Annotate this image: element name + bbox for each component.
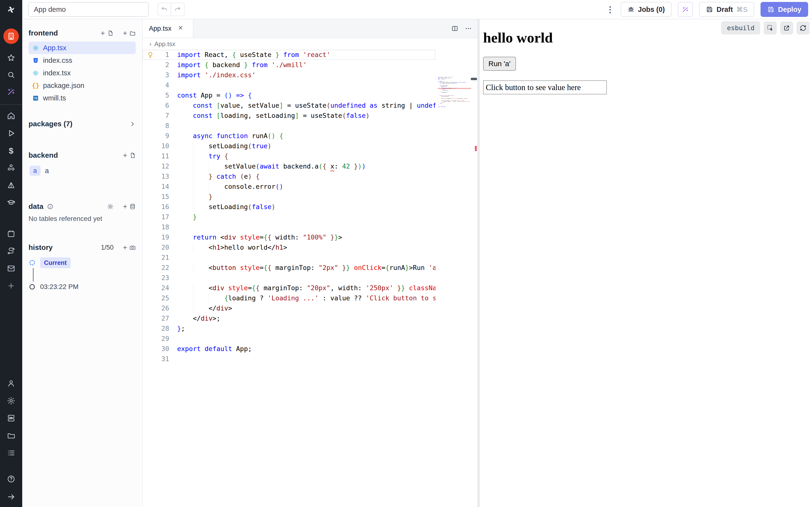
close-tab-icon[interactable] (177, 24, 184, 32)
draft-button[interactable]: Draft ⌘S (699, 2, 754, 17)
workspace-button[interactable] (3, 29, 19, 44)
plus-icon (122, 203, 128, 210)
plus-icon (100, 30, 106, 37)
windmill-logo-icon[interactable] (6, 3, 16, 16)
code-line-2[interactable]: 2import { backend } from './wmill' (143, 60, 436, 70)
file-item-package-json[interactable]: {}package.json (29, 79, 136, 92)
history-entry-current[interactable]: Current (30, 258, 136, 268)
code-line-23[interactable]: 23 (143, 273, 436, 283)
packages-section-header[interactable]: packages (7) (29, 120, 136, 128)
code-line-6[interactable]: 6 const [value, setValue] = useState(und… (143, 101, 436, 111)
redo-button[interactable] (171, 3, 185, 16)
app-name-input[interactable] (28, 2, 149, 17)
code-line-27[interactable]: 27 </div>; (143, 314, 436, 324)
code-area[interactable]: 1import React, { useState } from 'react'… (143, 50, 477, 364)
refresh-preview-button[interactable] (797, 21, 810, 35)
inspect-element-button[interactable] (764, 21, 777, 35)
external-link-icon (783, 24, 790, 32)
run-a-button[interactable]: Run 'a' (483, 57, 516, 71)
history-entry-snapshot[interactable]: 03:23:22 PM (30, 282, 136, 292)
file-item-index-css[interactable]: 3index.css (29, 54, 136, 67)
schedules-icon[interactable] (6, 228, 16, 239)
help-icon[interactable] (6, 474, 16, 484)
code-line-11[interactable]: 11 try { (143, 151, 436, 161)
code-line-18[interactable]: 18 (143, 222, 436, 232)
search-icon[interactable] (6, 69, 16, 80)
account-icon[interactable] (6, 378, 16, 389)
code-line-21[interactable]: 21 (143, 252, 436, 263)
code-line-16[interactable]: 16 setLoading(false) (143, 202, 436, 212)
workers-icon[interactable] (6, 413, 16, 424)
esbuild-badge: esbuild (721, 21, 760, 35)
open-external-button[interactable] (780, 21, 793, 35)
jobs-button[interactable]: Jobs (0) (621, 2, 672, 17)
code-line-22[interactable]: 22 <button style={{ marginTop: "2px" }} … (143, 263, 436, 273)
flows-route-icon[interactable] (6, 246, 16, 257)
code-line-13[interactable]: 13 } catch (e) { (143, 171, 436, 181)
add-table-button[interactable] (122, 203, 136, 210)
code-line-20[interactable]: 20 <h1>hello world</h1> (143, 242, 436, 252)
code-line-12[interactable]: 12 setValue(await backend.a({ x: 42 })) (143, 161, 436, 171)
split-view-icon[interactable] (451, 25, 458, 32)
tab-app-tsx[interactable]: App.tsx (143, 19, 193, 38)
code-line-8[interactable]: 8 (143, 121, 436, 131)
code-line-19[interactable]: 19 return <div style={{ width: "100%" }}… (143, 232, 436, 242)
code-line-26[interactable]: 26 </div> (143, 303, 436, 314)
ai-wand-icon[interactable] (6, 87, 16, 97)
chevron-right-icon (129, 121, 136, 127)
code-line-17[interactable]: 17 } (143, 212, 436, 222)
file-item-wmill-ts[interactable]: TSwmill.ts (29, 92, 136, 104)
line-number: 20 (143, 242, 169, 252)
breadcrumb[interactable]: › App.tsx (143, 38, 477, 50)
top-bar: ⋮ Jobs (0) Draft ⌘S (22, 0, 812, 19)
line-number: 6 (143, 101, 169, 111)
code-line-15[interactable]: 15 } (143, 192, 436, 202)
current-badge: Current (40, 258, 70, 268)
add-backend-script-button[interactable] (122, 152, 136, 159)
code-line-25[interactable]: 25 {loading ? 'Loading ...' : value ?? '… (143, 293, 436, 303)
code-line-28[interactable]: 28}; (143, 324, 436, 334)
code-line-1[interactable]: 1import React, { useState } from 'react' (143, 50, 436, 60)
code-line-7[interactable]: 7 const [loading, setLoading] = useState… (143, 111, 436, 121)
favorites-icon[interactable] (6, 53, 16, 63)
code-line-29[interactable]: 29 (143, 334, 436, 344)
code-line-10[interactable]: 10 setLoading(true) (143, 141, 436, 151)
tutorials-icon[interactable] (6, 198, 16, 208)
line-number: 2 (143, 60, 169, 70)
code-line-30[interactable]: 30export default App; (143, 344, 436, 354)
file-item-index-tsx[interactable]: index.tsx (29, 67, 136, 79)
home-icon[interactable] (6, 111, 16, 121)
add-file-button[interactable] (100, 30, 114, 37)
backend-item-a[interactable]: aa (29, 166, 136, 176)
resources-icon[interactable] (6, 163, 16, 173)
minimap[interactable]: import React, { useState } from 'react'i… (438, 77, 471, 222)
more-options-icon[interactable] (465, 25, 472, 32)
deploy-button[interactable]: Deploy (761, 2, 808, 17)
line-number: 22 (143, 263, 169, 273)
folders-icon[interactable] (6, 430, 16, 441)
undo-button[interactable] (158, 3, 171, 16)
data-settings-gear-icon[interactable] (107, 203, 114, 210)
code-line-24[interactable]: 24 <div style={{ marginTop: "20px", widt… (143, 283, 436, 293)
add-folder-button[interactable] (122, 30, 136, 37)
file-item-App-tsx[interactable]: App.tsx (29, 42, 136, 54)
runs-icon[interactable] (6, 128, 16, 138)
code-line-5[interactable]: 5const App = () => { (143, 90, 436, 101)
add-snapshot-button[interactable] (122, 244, 136, 251)
more-menu-button[interactable]: ⋮ (606, 5, 614, 14)
editor-scrollbar-thumb[interactable] (471, 78, 477, 80)
audit-list-icon[interactable] (6, 448, 16, 458)
collapse-arrow-icon[interactable] (6, 492, 16, 502)
variables-icon[interactable]: $ (6, 145, 16, 156)
schedules-prism-icon[interactable] (6, 180, 16, 191)
code-line-4[interactable]: 4 (143, 80, 436, 90)
mail-icon[interactable] (6, 263, 16, 274)
code-line-9[interactable]: 9 async function runA() { (143, 131, 436, 141)
add-nav-item-icon[interactable] (6, 281, 16, 291)
pane-resize-divider[interactable] (477, 19, 480, 507)
settings-gear-icon[interactable] (6, 395, 16, 406)
code-line-14[interactable]: 14 console.error() (143, 181, 436, 192)
code-line-3[interactable]: 3import './index.css' (143, 70, 436, 80)
code-line-31[interactable]: 31 (143, 354, 436, 364)
ai-assistant-button[interactable] (678, 2, 693, 17)
